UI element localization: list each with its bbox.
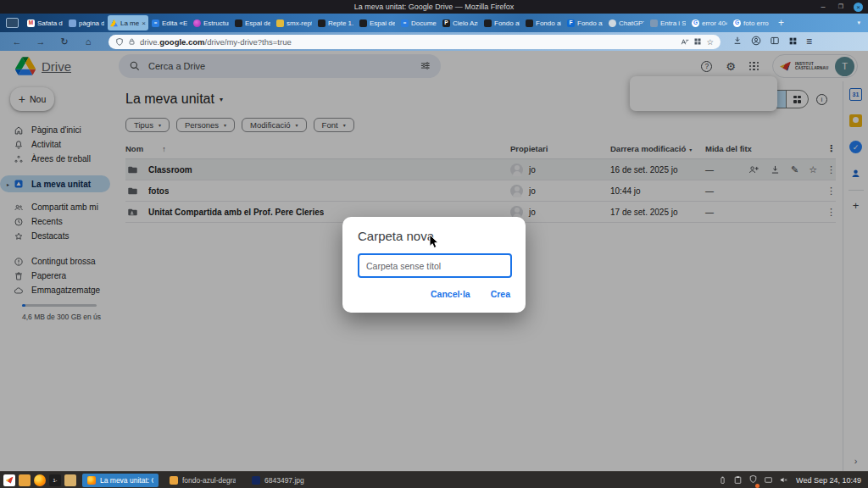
create-button[interactable]: Crea (491, 289, 510, 299)
mouse-cursor (429, 234, 440, 253)
tab-favicon (235, 19, 242, 27)
tab-label: La mev (120, 19, 139, 27)
home-button[interactable]: ⌂ (78, 36, 98, 47)
taskbar-window-button[interactable]: fondo-azul-degrada... (164, 474, 241, 487)
tab-favicon: G (733, 19, 741, 27)
taskbar-window-button[interactable]: 6843497.jpg (247, 474, 309, 487)
browser-tab[interactable]: Fondo ab × (523, 15, 564, 30)
tab-favicon (650, 19, 658, 27)
firefox-launcher-icon[interactable] (34, 474, 46, 486)
window-titlebar: La meva unitat: Google Drive — Mozilla F… (0, 0, 868, 14)
drive-page: Drive Cerca a Drive ? ⚙ INSTITUT CASTELL… (0, 51, 868, 471)
tab-favicon (318, 19, 326, 27)
task-icon (170, 476, 178, 485)
counter-badge-launcher-icon[interactable]: 1- (49, 474, 61, 486)
new-folder-dialog: Carpeta nova Cancel·la Crea (342, 217, 526, 313)
taskbar: 1- La meva unitat: Goo... fondo-azul-deg… (0, 471, 868, 488)
security-shield-icon[interactable] (748, 473, 758, 488)
display-icon[interactable] (764, 474, 773, 485)
browser-tab[interactable]: G error 404 × (689, 15, 730, 30)
browser-tab[interactable]: = Edita «Es × (149, 15, 190, 30)
tab-label: foto erro (743, 19, 769, 27)
battery-icon[interactable] (718, 474, 727, 485)
tab-label: Cielo Azu (453, 19, 478, 27)
browser-tab[interactable]: La mev × (108, 15, 148, 30)
tab-favicon (484, 19, 492, 27)
browser-tab[interactable]: Repte 1.1 × (315, 15, 356, 30)
back-button[interactable]: ← (7, 36, 27, 47)
firefox-view-icon[interactable] (6, 18, 19, 28)
tab-favicon (526, 19, 533, 27)
sidebar-panel-icon[interactable] (770, 34, 780, 49)
account-icon[interactable] (751, 34, 761, 49)
folder-name-input[interactable] (358, 253, 512, 278)
browser-tab[interactable]: smx-rept × (274, 15, 314, 30)
downloads-icon[interactable] (732, 34, 743, 49)
browser-tab[interactable]: Espai de t × (357, 15, 398, 30)
tab-label: Fondo ab (536, 19, 561, 27)
tab-label: Safata d'e (37, 19, 63, 27)
tab-label: smx-rept (287, 19, 312, 27)
browser-tab[interactable]: F Fondo az × (565, 15, 605, 30)
tracking-shield-icon[interactable] (115, 37, 124, 47)
new-tab-button[interactable]: + (778, 17, 784, 29)
tab-label: Entra i S (660, 19, 686, 27)
institut-app-launcher-icon[interactable] (3, 474, 15, 486)
browser-tab[interactable]: pàgina d'i × (66, 15, 107, 30)
tab-strip: M Safata d'e × pàgina d'i × La mev × = E… (0, 14, 868, 32)
browser-tab[interactable]: M Safata d'e × (25, 15, 65, 30)
browser-tab[interactable]: G foto erro × (731, 15, 771, 30)
browser-tab[interactable]: Espai de t × (232, 15, 273, 30)
browser-tab[interactable]: Estructur × (191, 15, 231, 30)
task-icon (87, 476, 96, 485)
tab-overflow-icon[interactable]: ▾ (857, 19, 860, 26)
bookmark-star-icon[interactable]: ☆ (706, 37, 714, 47)
tab-favicon (359, 19, 367, 27)
system-tray: Wed Sep 24, 10:49 (718, 473, 865, 488)
tab-label: Edita «Es (162, 19, 187, 27)
file-manager-launcher-icon[interactable] (19, 474, 31, 486)
cancel-button[interactable]: Cancel·la (431, 289, 470, 299)
tab-label: error 404 (702, 19, 727, 27)
url-bar[interactable]: drive.google.com/drive/my-drive?ths=true… (108, 35, 721, 49)
tab-favicon (276, 19, 284, 27)
close-button[interactable]: × (854, 3, 863, 12)
reload-button[interactable]: ↻ (54, 36, 75, 47)
tab-label: pàgina d'i (79, 19, 104, 27)
browser-tab[interactable]: Fondo ab × (481, 15, 522, 30)
task-label: fondo-azul-degrada... (182, 476, 236, 485)
tab-label: Documen (411, 19, 437, 27)
tab-favicon: = (401, 19, 409, 27)
translate-icon[interactable] (680, 37, 689, 47)
browser-tab[interactable]: ChatGPT × (606, 15, 647, 30)
browser-tab[interactable]: Entra i S × (648, 15, 688, 30)
desktop: La meva unitat: Google Drive — Mozilla F… (0, 0, 868, 488)
tab-favicon: = (152, 19, 159, 27)
menu-icon[interactable]: ≡ (806, 36, 812, 47)
maximize-button[interactable]: ❐ (836, 3, 846, 10)
folder-launcher-icon[interactable] (64, 474, 76, 486)
volume-muted-icon[interactable] (779, 474, 788, 485)
tab-label: Fondo ab (494, 19, 520, 27)
tab-favicon: M (27, 19, 35, 27)
taskbar-window-button[interactable]: La meva unitat: Goo... (82, 474, 159, 487)
tab-close-icon[interactable]: × (142, 19, 146, 27)
browser-tab[interactable]: P Cielo Azu × (440, 15, 481, 30)
tab-label: Estructur (203, 19, 229, 27)
extensions-icon[interactable] (693, 37, 702, 46)
lock-icon[interactable] (128, 37, 136, 46)
browser-tab[interactable]: = Documen × (398, 15, 439, 30)
addons-grid-icon[interactable] (788, 34, 798, 49)
task-label: 6843497.jpg (264, 476, 304, 485)
minimize-button[interactable]: – (818, 3, 828, 11)
taskbar-clock[interactable]: Wed Sep 24, 10:49 (796, 476, 861, 485)
url-text: drive.google.com/drive/my-drive?ths=true (140, 37, 676, 47)
tab-label: ChatGPT (619, 19, 644, 27)
tab-label: Espai de t (245, 19, 270, 27)
forward-button[interactable]: → (31, 36, 51, 47)
window-title: La meva unitat: Google Drive — Mozilla F… (354, 3, 515, 11)
clipboard-icon[interactable] (733, 474, 743, 485)
task-label: La meva unitat: Goo... (100, 476, 153, 485)
tab-favicon (609, 19, 616, 27)
tab-favicon: P (442, 19, 450, 27)
